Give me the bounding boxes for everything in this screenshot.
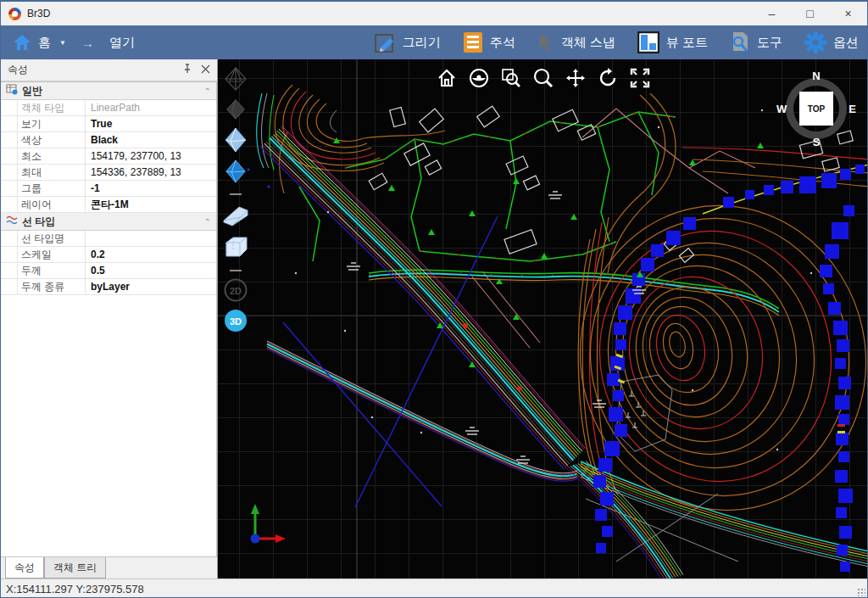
collapse-chevron-icon[interactable]: ⌃ xyxy=(204,217,211,226)
property-value[interactable]: LinearPath xyxy=(86,100,216,115)
svg-text:3D: 3D xyxy=(230,316,242,327)
ribbon-group-label: 뷰 포트 xyxy=(666,35,708,51)
mode-2d-button[interactable]: 2D xyxy=(224,278,248,305)
property-value[interactable]: 154336, 237889, 13 xyxy=(86,165,216,180)
panel-tab-object-tree[interactable]: 객체 트리 xyxy=(44,557,106,578)
benchmark-symbols xyxy=(347,192,646,463)
hidden-view-icon[interactable] xyxy=(225,98,247,124)
compass-south[interactable]: S xyxy=(813,136,821,148)
maximize-button[interactable]: □ xyxy=(791,2,829,25)
property-label: 보기 xyxy=(18,116,86,131)
rotate-icon[interactable] xyxy=(596,66,619,90)
property-value[interactable]: True xyxy=(86,116,216,131)
minimize-button[interactable]: – xyxy=(753,2,791,25)
property-label: 선 타입명 xyxy=(18,231,86,246)
section-header[interactable]: 일반⌃ xyxy=(1,82,216,100)
toolbar-separator xyxy=(230,193,242,195)
titlebar: Br3D – □ × xyxy=(1,2,867,25)
property-row: 그룹-1 xyxy=(1,181,216,197)
mode-3d-button[interactable]: 3D xyxy=(224,309,248,336)
zoom-fit-icon[interactable] xyxy=(628,66,651,90)
property-value[interactable]: -1 xyxy=(86,181,216,196)
app-window: Br3D – □ × 홈 ▼ → 열기 그리기주석객체 스냅뷰 포트도구옵션 속… xyxy=(0,0,868,598)
ribbon-group-object-snap[interactable]: 객체 스냅 xyxy=(537,32,615,53)
ribbon-group-options[interactable]: 옵션 xyxy=(804,31,859,53)
resize-grip[interactable] xyxy=(857,588,865,596)
status-bar: X:154111.297 Y:237975.578 xyxy=(1,578,867,598)
property-label: 두께 종류 xyxy=(18,279,86,294)
property-row: 선 타입명 xyxy=(1,231,216,247)
zoom-icon[interactable] xyxy=(531,66,554,90)
property-label: 최소 xyxy=(18,148,86,164)
home-menu[interactable]: 홈 xyxy=(38,35,51,51)
cursor-coordinates: X:154111.297 Y:237975.578 xyxy=(6,583,144,595)
compass-top-face[interactable]: TOP xyxy=(799,92,833,126)
property-value[interactable]: 콘타-1M xyxy=(86,197,216,212)
cad-canvas[interactable] xyxy=(218,59,867,578)
property-value[interactable]: Black xyxy=(86,132,216,148)
pencil-icon xyxy=(374,31,396,53)
row-indent xyxy=(1,181,18,196)
open-button[interactable]: 열기 xyxy=(109,35,135,51)
wireframe-view-icon[interactable] xyxy=(223,66,248,95)
panel-tab-properties[interactable]: 속성 xyxy=(5,557,44,578)
ribbon-group-label: 도구 xyxy=(757,35,782,51)
realistic-view-icon[interactable] xyxy=(224,159,248,187)
construction-lines xyxy=(283,216,498,507)
property-row: 최대154336, 237889, 13 xyxy=(1,165,216,181)
home-view-icon[interactable] xyxy=(435,66,458,90)
pink-lines xyxy=(472,109,755,348)
row-indent xyxy=(1,279,18,294)
view-compass[interactable]: N S W E TOP xyxy=(779,71,854,146)
row-indent xyxy=(1,165,18,180)
ribbon: 홈 ▼ → 열기 그리기주석객체 스냅뷰 포트도구옵션 xyxy=(1,25,867,59)
pan-icon[interactable] xyxy=(564,66,587,90)
compass-west[interactable]: W xyxy=(776,103,787,115)
cursor-icon xyxy=(537,32,554,53)
shaded-view-icon[interactable] xyxy=(223,127,248,156)
pin-icon[interactable] xyxy=(182,64,192,76)
row-indent xyxy=(1,263,18,278)
property-row: 색상Black xyxy=(1,132,216,148)
svg-text:2D: 2D xyxy=(230,286,242,296)
property-label: 스케일 xyxy=(18,247,86,262)
property-row: 스케일0.2 xyxy=(1,247,216,263)
orbit-icon[interactable] xyxy=(467,66,490,90)
red-dash-marks xyxy=(345,112,676,261)
row-indent xyxy=(1,132,18,148)
panel-close-icon[interactable] xyxy=(201,64,210,76)
row-indent xyxy=(1,148,18,164)
app-title: Br3D xyxy=(27,8,50,20)
ribbon-group-label: 옵션 xyxy=(833,35,859,51)
cad-viewport[interactable]: 2D 3D N S W E TOP xyxy=(218,59,867,578)
property-value[interactable]: 0.2 xyxy=(86,247,216,262)
row-indent xyxy=(1,116,18,131)
property-row: 두께0.5 xyxy=(1,263,216,279)
ribbon-group-label: 그리기 xyxy=(403,35,441,51)
compass-east[interactable]: E xyxy=(849,103,856,115)
ribbon-group-annotation[interactable]: 주석 xyxy=(463,31,515,53)
zoom-window-icon[interactable] xyxy=(499,66,522,90)
close-button[interactable]: × xyxy=(829,2,867,25)
section-header[interactable]: 선 타입⌃ xyxy=(1,213,216,231)
ribbon-group-tools[interactable]: 도구 xyxy=(730,31,782,53)
slab-view-icon[interactable] xyxy=(221,202,250,231)
panel-title: 속성 xyxy=(8,63,28,77)
ribbon-group-viewport[interactable]: 뷰 포트 xyxy=(637,31,708,53)
table-gear-icon xyxy=(6,84,18,98)
property-value[interactable]: 154179, 237700, 13 xyxy=(86,148,216,164)
property-value[interactable]: byLayer xyxy=(86,279,216,294)
row-indent xyxy=(1,247,18,262)
property-value[interactable] xyxy=(86,231,216,246)
home-icon[interactable] xyxy=(13,34,31,51)
viewport-icon xyxy=(637,31,659,53)
box-view-icon[interactable] xyxy=(222,234,249,263)
forward-arrow-icon: → xyxy=(81,36,94,50)
property-value[interactable]: 0.5 xyxy=(86,263,216,278)
property-row: 레이어콘타-1M xyxy=(1,197,216,213)
row-indent xyxy=(1,231,18,246)
ucs-axes-icon xyxy=(251,504,287,544)
ribbon-group-draw[interactable]: 그리기 xyxy=(374,31,441,53)
compass-north[interactable]: N xyxy=(812,70,820,82)
collapse-chevron-icon[interactable]: ⌃ xyxy=(204,87,211,96)
